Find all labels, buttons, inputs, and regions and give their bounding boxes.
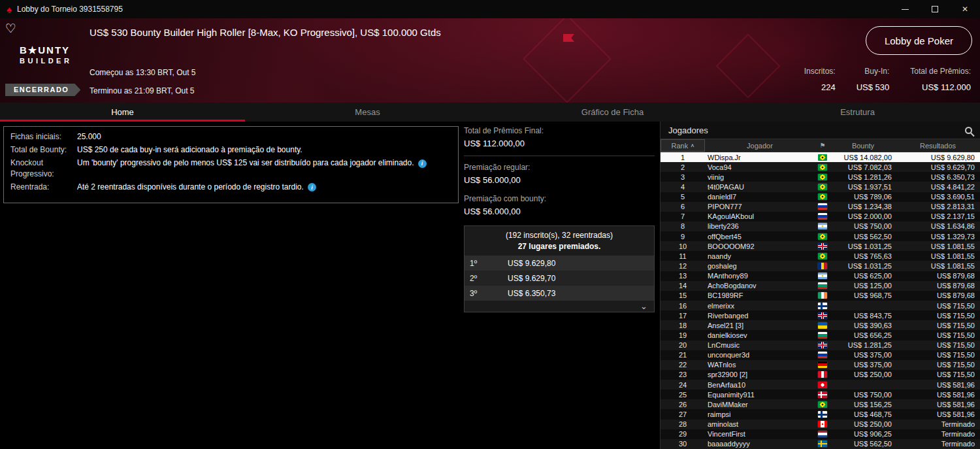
player-result: Terminado [896,420,980,428]
player-rank: 4 [661,183,705,191]
column-header-rank[interactable]: Rank ˄ [661,139,705,152]
player-row[interactable]: 3viinigUS$ 1.281,26US$ 6.350,73 [661,172,980,182]
tournament-title: US$ 530 Bounty Builder High Roller [8-Ma… [90,27,441,38]
minimize-icon [902,9,909,10]
tab-gra-fico-de-ficha[interactable]: Gráfico de Ficha [490,103,735,122]
stat-label: Total de Prêmios: [910,67,971,76]
search-icon[interactable] [965,127,972,134]
player-result: US$ 879,68 [896,282,980,290]
player-row[interactable]: 10BOOOOOM92US$ 1.031,25US$ 1.081,55 [661,241,980,251]
player-flag-cell [815,243,830,250]
player-flag-cell [815,203,830,210]
flag-icon-dk [818,391,827,398]
player-row[interactable]: 15BC1989RFUS$ 968,75US$ 879,68 [661,291,980,301]
tab-estrutura[interactable]: Estrutura [735,103,980,122]
flag-icon-gb [818,312,827,319]
status-badge: ENCERRADO [5,84,80,96]
player-name: baaaaddyyyy [705,440,815,448]
column-header-bounty[interactable]: Bounty [830,142,896,150]
player-bounty: US$ 1.281,26 [830,173,896,181]
payout-expand-row: ⌄ [465,301,654,312]
player-row[interactable]: 23spr32900 [2]US$ 250,00US$ 715,50 [661,370,980,380]
player-row[interactable]: 21unconquer3dUS$ 375,00US$ 715,50 [661,350,980,360]
player-row[interactable]: 28aminolastUS$ 250,00Terminado [661,420,980,429]
player-flag-cell [815,193,830,200]
player-bounty: US$ 1.281,25 [830,341,896,349]
player-row[interactable]: 19danielkiosevUS$ 656,25US$ 715,50 [661,330,980,340]
player-row[interactable]: 27raimpsiUS$ 468,75US$ 581,96 [661,409,980,419]
player-row[interactable]: 9offQbert45US$ 562,50US$ 1.329,73 [661,231,980,241]
info-row-text: Até 2 reentradas disponíveis durante o p… [77,182,304,191]
player-row[interactable]: 7KAgoulAKboulUS$ 2.000,00US$ 2.137,15 [661,212,980,222]
player-result: US$ 581,96 [896,391,980,399]
player-row[interactable]: 22WATnlosUS$ 375,00US$ 715,50 [661,360,980,370]
player-bounty: US$ 562,50 [830,233,896,241]
player-rank: 28 [661,420,705,428]
column-header-flag-icon[interactable]: ⚑ [815,142,830,149]
player-row[interactable]: 24BenArfaa10US$ 581,96 [661,380,980,390]
player-rank: 29 [661,430,705,438]
info-icon[interactable]: i [418,159,427,168]
flag-icon-de [818,361,827,368]
chevron-down-icon[interactable]: ⌄ [640,303,647,310]
payout-rows: 1ºUS$ 9.629,802ºUS$ 9.629,703ºUS$ 6.350,… [465,256,654,301]
tab-home[interactable]: Home [0,103,245,122]
player-row[interactable]: 4t4t0PAGAUUS$ 1.937,51US$ 4.841,22 [661,182,980,191]
player-row[interactable]: 26DaviMMakerUS$ 156,25US$ 581,96 [661,399,980,409]
player-row[interactable]: 11naandyUS$ 765,63US$ 1.081,55 [661,251,980,261]
column-header-resultados[interactable]: Resultados [896,142,980,150]
player-row[interactable]: 12goshalegUS$ 1.031,25US$ 1.081,55 [661,261,980,271]
player-rank: 27 [661,410,705,418]
flag-icon-br [818,174,827,180]
player-row[interactable]: 17RiverbangedUS$ 843,75US$ 715,50 [661,310,980,320]
player-row[interactable]: 1WDispa.JrUS$ 14.082,00US$ 9.629,80 [661,152,980,162]
player-bounty: US$ 968,75 [830,291,896,299]
player-result: US$ 3.690,51 [896,193,980,201]
player-rank: 11 [661,252,705,260]
poker-lobby-button[interactable]: Lobby de Poker [866,26,972,55]
info-icon[interactable]: i [308,183,316,191]
player-name: AchoBogdanov [705,282,815,290]
player-row[interactable]: 20LnCmusicUS$ 1.281,25US$ 715,50 [661,341,980,350]
player-row[interactable]: 25Equanimity911US$ 750,00US$ 581,96 [661,390,980,399]
logo-line-2: BUILDER [20,57,72,65]
flag-icon-ro [818,263,827,269]
player-rank: 13 [661,272,705,280]
player-flag-cell [815,441,830,447]
tournament-info-box: Fichas iniciais:25.000Total de Bounty:US… [3,126,459,203]
header-art-diamond [523,18,612,103]
player-row[interactable]: 29VincentFirstUS$ 906,25Terminado [661,429,980,439]
info-row-value: US$ 250 de cada buy-in será adicionado à… [77,144,451,155]
player-rank: 2 [661,163,705,171]
minimize-button[interactable] [890,0,920,18]
player-flag-cell [815,312,830,319]
players-panel-title: Jogadores [668,125,708,135]
player-flag-cell [815,303,830,309]
close-button[interactable]: ✕ [950,0,980,18]
player-row[interactable]: 14AchoBogdanovUS$ 125,00US$ 879,68 [661,281,980,291]
player-rank: 26 [661,401,705,408]
player-bounty: US$ 1.234,38 [830,203,896,210]
player-row[interactable]: 30baaaaddyyyyUS$ 562,50Terminado [661,439,980,449]
column-header-jogador[interactable]: Jogador [705,142,815,150]
player-row[interactable]: 5danieldl7US$ 789,06US$ 3.690,51 [661,192,980,202]
player-result: US$ 581,96 [896,401,980,408]
player-rank: 15 [661,291,705,299]
maximize-button[interactable] [920,0,950,18]
player-flag-cell [815,213,830,220]
player-row[interactable]: 8liberty236US$ 750,00US$ 1.634,86 [661,222,980,231]
player-bounty: US$ 625,00 [830,272,896,280]
player-row[interactable]: 16elmerixxUS$ 715,50 [661,301,980,310]
player-row[interactable]: 18Ansel21 [3]US$ 390,63US$ 715,50 [661,320,980,330]
player-row[interactable]: 6PIPON777US$ 1.234,38US$ 2.813,31 [661,202,980,212]
player-name: viinig [705,173,815,181]
player-name: unconquer3d [705,351,815,359]
player-row[interactable]: 13MAnthony89US$ 625,00US$ 879,68 [661,271,980,281]
window-controls: ✕ [890,0,980,18]
favorite-heart-icon[interactable]: ♡ [5,21,16,36]
player-rank: 10 [661,242,705,250]
tab-mesas[interactable]: Mesas [245,103,490,122]
player-rank: 16 [661,302,705,310]
player-name: Riverbanged [705,312,815,320]
player-row[interactable]: 2Voca94US$ 7.082,03US$ 9.629,70 [661,162,980,172]
